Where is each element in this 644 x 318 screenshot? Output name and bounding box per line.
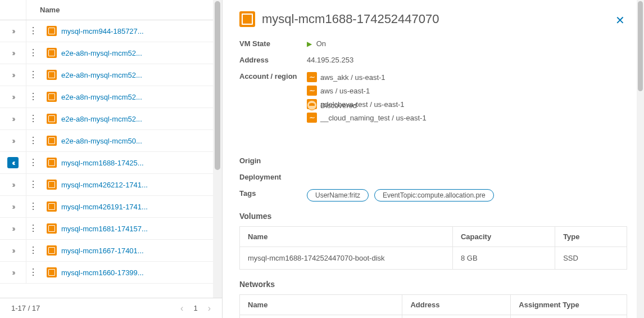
pager-range: 1-17 / 17 — [11, 304, 40, 312]
table-row[interactable]: ››⋮mysql-mcm944-185727... — [0, 20, 222, 42]
table-row: eni-0a44e518e9562fdfb172.31.53.191dynami… — [240, 315, 627, 319]
expand-icon[interactable]: ›› — [12, 136, 13, 145]
net-assign: dynamic — [511, 315, 627, 319]
account-region-item: ⁓aws / us-east-1 — [307, 86, 627, 96]
vm-link[interactable]: mysql-mcm426191-1741... — [61, 203, 148, 211]
vol-col-name[interactable]: Name — [240, 227, 453, 247]
label-address: Address — [239, 56, 307, 64]
expand-icon[interactable]: ›› — [12, 26, 13, 35]
vol-col-capacity[interactable]: Capacity — [452, 227, 555, 247]
close-icon[interactable]: ✕ — [615, 14, 625, 27]
vm-icon — [47, 114, 57, 124]
tags: UserName:fritzEventTopic:compute.allocat… — [307, 189, 627, 201]
vol-capacity: 8 GB — [452, 247, 555, 270]
pager-next-icon[interactable]: › — [208, 303, 211, 313]
label-origin: Origin — [239, 156, 307, 165]
vm-title: mysql-mcm1688-174252447070 — [262, 12, 439, 26]
expand-icon[interactable]: ›› — [12, 246, 13, 255]
table-row[interactable]: ››⋮mysql-mcm1667-17401... — [0, 240, 222, 262]
label-deployment: Deployment — [239, 173, 307, 181]
label-account-region: Account / region — [239, 72, 307, 80]
vm-icon — [47, 180, 57, 190]
networks-table: Name Address Assignment Type eni-0a44e51… — [239, 294, 627, 318]
list-pager: 1-17 / 17 ‹ 1 › — [0, 298, 222, 318]
section-networks: Networks — [239, 280, 627, 289]
detail-panel: ✕ mysql-mcm1688-174252447070 VM State ▶ … — [223, 0, 644, 318]
vm-icon — [47, 201, 57, 212]
expand-icon[interactable]: ›› — [12, 114, 13, 123]
vm-icon — [239, 11, 255, 27]
pager-prev-icon[interactable]: ‹ — [180, 303, 183, 313]
vm-icon — [47, 136, 57, 146]
vm-link[interactable]: e2e-a8n-mysql-mcm52... — [61, 71, 142, 79]
table-row[interactable]: ››⋮e2e-a8n-mysql-mcm52... — [0, 64, 222, 86]
account-region-values: ⁓aws_akk / us-east-1⁓aws / us-east-1⁓ade… — [307, 72, 627, 126]
expand-icon[interactable]: ›› — [12, 224, 13, 233]
aws-icon: ⁓ — [307, 113, 317, 123]
vm-icon — [47, 70, 57, 80]
net-col-assign[interactable]: Assignment Type — [511, 295, 627, 315]
vm-link[interactable]: mysql-mcm426212-1741... — [61, 181, 148, 189]
vol-col-type[interactable]: Type — [555, 227, 627, 247]
table-row[interactable]: ‹‹⋮mysql-mcm1688-17425... — [0, 152, 222, 174]
label-vm-state: VM State — [239, 39, 307, 48]
expand-icon[interactable]: ›› — [12, 48, 13, 57]
expand-icon[interactable]: ›› — [12, 92, 13, 101]
net-address: 172.31.53.191 — [402, 315, 511, 319]
origin-value: Discovered — [320, 101, 357, 110]
net-col-address[interactable]: Address — [402, 295, 511, 315]
vm-link[interactable]: e2e-a8n-mysql-mcm52... — [61, 49, 142, 57]
table-row[interactable]: ››⋮mysql-mcm1681-174157... — [0, 218, 222, 240]
account-region-item: ⁓__cloud_naming_test / us-east-1 — [307, 113, 627, 123]
vm-icon — [47, 158, 57, 168]
net-col-name[interactable]: Name — [240, 295, 402, 315]
table-row[interactable]: ››⋮mysql-mcm426191-1741... — [0, 196, 222, 218]
vm-link[interactable]: mysql-mcm944-185727... — [61, 27, 144, 35]
vm-list-panel: Name ››⋮mysql-mcm944-185727...››⋮e2e-a8n… — [0, 0, 223, 318]
vm-icon — [47, 26, 57, 36]
tag-pill[interactable]: UserName:fritz — [307, 189, 369, 201]
origin-icon — [307, 100, 317, 110]
expand-icon[interactable]: ›› — [12, 70, 13, 79]
table-row[interactable]: ››⋮e2e-a8n-mysql-mcm50... — [0, 130, 222, 152]
play-icon: ▶ — [307, 40, 312, 48]
vm-address-value: 44.195.25.253 — [307, 56, 627, 64]
expand-icon[interactable]: ›› — [12, 180, 13, 189]
vm-link[interactable]: mysql-mcm1688-17425... — [61, 159, 144, 167]
table-row[interactable]: ››⋮e2e-a8n-mysql-mcm52... — [0, 42, 222, 64]
aws-icon: ⁓ — [307, 72, 317, 82]
vm-icon — [47, 223, 57, 234]
volumes-table: Name Capacity Type mysql-mcm1688-1742524… — [239, 226, 627, 270]
expand-icon[interactable]: ›› — [12, 268, 13, 277]
aws-icon: ⁓ — [307, 86, 317, 96]
vm-state-value: On — [316, 39, 326, 48]
list-header: Name — [0, 0, 222, 20]
vm-link[interactable]: e2e-a8n-mysql-mcm52... — [61, 115, 142, 123]
vm-link[interactable]: mysql-mcm1681-174157... — [61, 225, 148, 233]
list-scrollbar[interactable] — [213, 0, 222, 298]
vm-icon — [47, 267, 57, 277]
section-volumes: Volumes — [239, 212, 627, 221]
vm-link[interactable]: mysql-mcm1660-17399... — [61, 268, 144, 277]
pager-current: 1 — [193, 304, 197, 312]
table-row[interactable]: ››⋮e2e-a8n-mysql-mcm52... — [0, 86, 222, 108]
vm-icon — [47, 48, 57, 58]
table-row[interactable]: ››⋮mysql-mcm426212-1741... — [0, 174, 222, 196]
vm-link[interactable]: mysql-mcm1667-17401... — [61, 247, 144, 255]
table-row[interactable]: ››⋮mysql-mcm1660-17399... — [0, 262, 222, 284]
tag-pill[interactable]: EventTopic:compute.allocation.pre — [374, 189, 494, 201]
vm-icon — [47, 92, 57, 102]
net-name: eni-0a44e518e9562fdfb — [240, 315, 402, 319]
collapse-icon[interactable]: ‹‹ — [7, 157, 19, 168]
table-row: mysql-mcm1688-174252447070-boot-disk8 GB… — [240, 247, 627, 270]
expand-icon[interactable]: ›› — [12, 202, 13, 211]
table-row[interactable]: ››⋮e2e-a8n-mysql-mcm52... — [0, 108, 222, 130]
detail-scrollbar[interactable] — [637, 0, 644, 318]
vm-icon — [47, 245, 57, 256]
account-region-item: ⁓aws_akk / us-east-1 — [307, 72, 627, 82]
vol-type: SSD — [555, 247, 627, 270]
column-header-name[interactable]: Name — [26, 6, 60, 14]
vm-link[interactable]: e2e-a8n-mysql-mcm50... — [61, 137, 142, 145]
label-tags: Tags — [239, 189, 307, 201]
vm-link[interactable]: e2e-a8n-mysql-mcm52... — [61, 93, 142, 101]
